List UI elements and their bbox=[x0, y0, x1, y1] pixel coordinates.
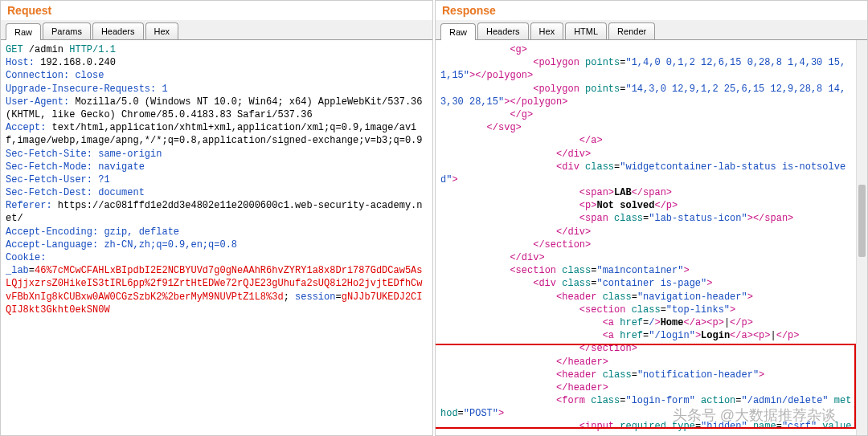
request-tabs: Raw Params Headers Hex bbox=[1, 20, 432, 40]
scrollbar[interactable] bbox=[856, 40, 867, 435]
req-accept-h: Accept: bbox=[6, 122, 52, 133]
req-sfm: Sec-Fetch-Mode: navigate bbox=[6, 161, 145, 173]
req-host-h: Host: bbox=[6, 57, 40, 68]
tab-raw[interactable]: Raw bbox=[6, 23, 41, 40]
req-al: Accept-Language: zh-CN,zh;q=0.9,en;q=0.8 bbox=[6, 239, 237, 251]
request-panel: Request Raw Params Headers Hex GET /admi… bbox=[0, 0, 433, 436]
req-ua-h: User-Agent: bbox=[6, 96, 75, 108]
request-title: Request bbox=[1, 1, 432, 20]
req-sfd: Sec-Fetch-Dest: document bbox=[6, 187, 145, 198]
tab-headers-resp[interactable]: Headers bbox=[477, 22, 529, 39]
req-ref-h: Referer: bbox=[6, 200, 58, 211]
req-conn: Connection: close bbox=[6, 70, 104, 81]
response-title: Response bbox=[436, 1, 867, 20]
req-sfs: Sec-Fetch-Site: same-origin bbox=[6, 149, 162, 160]
req-sfu: Sec-Fetch-User: ?1 bbox=[6, 174, 110, 185]
cookie-sess-key: session bbox=[295, 291, 335, 303]
scrollbar-thumb[interactable] bbox=[858, 185, 866, 257]
cookie-lab-key: _lab bbox=[6, 265, 29, 276]
tab-headers[interactable]: Headers bbox=[92, 22, 144, 39]
response-tabs: Raw Headers Hex HTML Render bbox=[436, 20, 867, 40]
tab-html-resp[interactable]: HTML bbox=[565, 22, 607, 39]
req-proto: HTTP/1.1 bbox=[63, 44, 116, 55]
req-cookie-h: Cookie: bbox=[6, 252, 52, 263]
req-upgrade: Upgrade-Insecure-Requests: 1 bbox=[6, 84, 168, 95]
tab-render-resp[interactable]: Render bbox=[608, 22, 655, 39]
request-content[interactable]: GET /admin HTTP/1.1 Host: 192.168.0.240 … bbox=[1, 40, 432, 435]
tab-hex-resp[interactable]: Hex bbox=[530, 22, 564, 39]
response-content[interactable]: <g> <polygon points="1,4,0 0,1,2 12,6,15… bbox=[436, 40, 867, 435]
tab-raw-resp[interactable]: Raw bbox=[440, 23, 476, 40]
tab-hex[interactable]: Hex bbox=[145, 22, 179, 39]
watermark: 头条号 @大数据推荐杂谈 bbox=[673, 405, 836, 425]
tab-params[interactable]: Params bbox=[43, 22, 91, 39]
response-panel: Response Raw Headers Hex HTML Render <g>… bbox=[435, 0, 868, 436]
req-path: /admin bbox=[29, 44, 63, 55]
req-ae: Accept-Encoding: gzip, deflate bbox=[6, 226, 179, 238]
req-method: GET bbox=[6, 44, 29, 55]
